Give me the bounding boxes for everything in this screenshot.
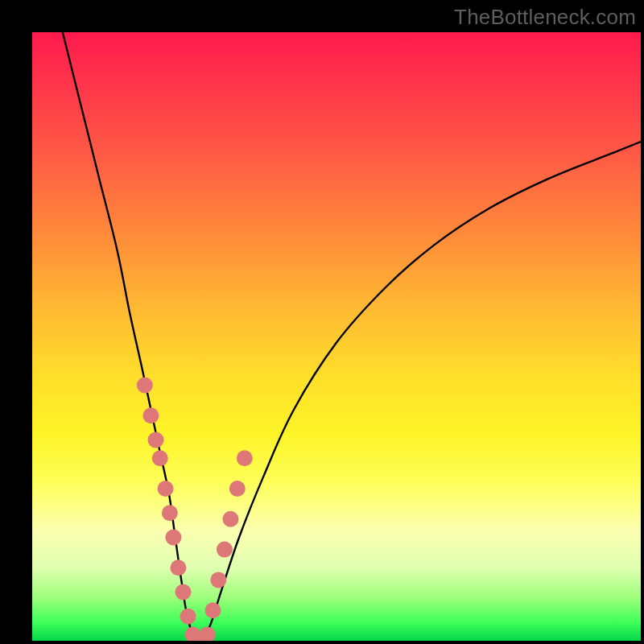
highlight-point [162,505,178,521]
highlight-point [170,559,186,576]
highlight-point [152,450,168,466]
highlight-point [229,481,246,497]
highlight-point [158,481,174,497]
highlight-point [165,529,181,545]
highlight-point [180,609,196,625]
chart-frame: TheBottleneck.com [0,0,644,644]
highlight-point [175,584,191,601]
highlight-point [222,511,238,527]
watermark-text: TheBottleneck.com [454,5,636,30]
highlight-point [200,626,216,641]
curve-layer [32,32,641,641]
marker-group [137,377,253,641]
highlight-point [237,450,253,466]
plot-area [32,32,641,641]
highlight-point [137,377,153,393]
highlight-point [147,432,163,448]
highlight-point [205,602,221,618]
bottleneck-curve [63,32,641,641]
highlight-point [217,542,233,558]
highlight-point [210,572,226,588]
highlight-point [142,407,159,423]
